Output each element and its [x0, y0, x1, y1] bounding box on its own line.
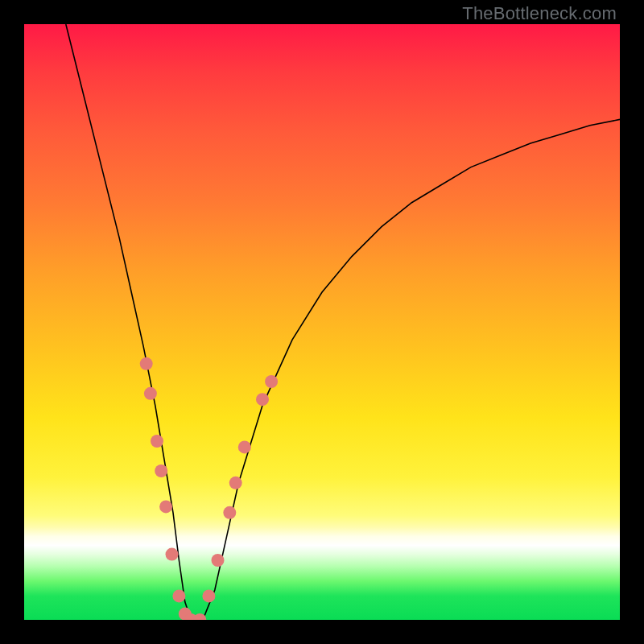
watermark-text: TheBottleneck.com: [462, 3, 617, 24]
chart-svg: [24, 24, 620, 620]
marker-dot: [256, 393, 269, 406]
bottleneck-curve: [66, 24, 620, 620]
marker-dot: [144, 387, 157, 400]
outer-frame: TheBottleneck.com: [0, 0, 644, 644]
marker-dot: [159, 500, 172, 513]
marker-dot: [172, 589, 185, 602]
marker-group: [140, 357, 278, 620]
marker-dot: [212, 554, 225, 567]
marker-dot: [151, 435, 163, 448]
marker-dot: [265, 375, 278, 388]
marker-dot: [166, 548, 179, 561]
plot-area: [24, 24, 620, 620]
marker-dot: [202, 589, 215, 602]
marker-dot: [223, 506, 236, 519]
marker-dot: [140, 357, 153, 370]
marker-dot: [238, 440, 251, 453]
marker-dot: [155, 464, 167, 477]
marker-dot: [229, 477, 242, 489]
